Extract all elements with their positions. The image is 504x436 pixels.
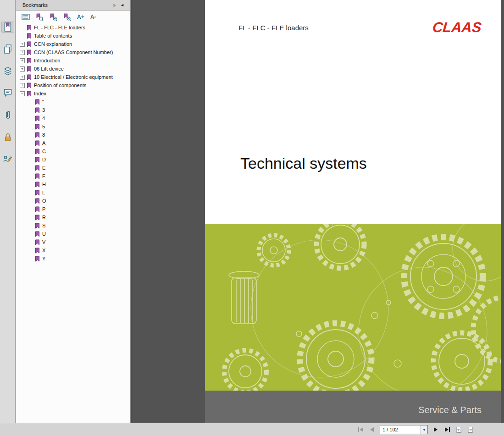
- bookmark-panel-icon[interactable]: [1, 22, 14, 33]
- next-view-icon: [467, 426, 474, 433]
- pages-panel-icon[interactable]: [1, 44, 14, 55]
- next-page-button[interactable]: [432, 425, 439, 434]
- bookmark-item[interactable]: 8: [16, 131, 130, 139]
- bookmark-flag: [35, 215, 40, 221]
- previous-page-button[interactable]: [368, 425, 376, 434]
- last-page-icon: [444, 427, 450, 432]
- comments-panel-glyph: [3, 88, 12, 98]
- bookmark-label: Index: [34, 91, 46, 96]
- bookmark-item[interactable]: +Introduction: [16, 56, 130, 65]
- expander-icon[interactable]: +: [20, 83, 25, 88]
- bookmark-icon: [27, 91, 32, 97]
- bookmark-flag: [35, 124, 40, 130]
- expander-spacer: [28, 124, 33, 129]
- collapse-panel-icon[interactable]: »: [111, 2, 118, 8]
- pages-panel-glyph: [3, 44, 12, 54]
- bookmark-item[interactable]: +CCN explanation: [16, 40, 130, 48]
- next-view-button[interactable]: [466, 425, 474, 434]
- bookmark-item[interactable]: O: [16, 197, 130, 205]
- bookmark-item[interactable]: A: [16, 139, 130, 147]
- bookmark-item[interactable]: U: [16, 230, 130, 238]
- bookmarks-panel-title: Bookmarks: [22, 2, 48, 8]
- expander-icon[interactable]: +: [20, 50, 25, 55]
- expander-icon[interactable]: +: [20, 75, 25, 80]
- bookmark-item[interactable]: +10 Electrical / Electronic equipment: [16, 73, 130, 81]
- bookmark-label: C: [42, 149, 46, 154]
- bookmark-label: P: [42, 206, 45, 212]
- bookmark-label: U: [42, 231, 46, 237]
- attachments-panel-glyph: [3, 110, 12, 120]
- bookmark-flag: [35, 239, 40, 245]
- bookmark-icon: [27, 58, 32, 64]
- expander-icon[interactable]: +: [20, 58, 25, 63]
- expander-icon[interactable]: +: [20, 42, 25, 47]
- attachments-panel-icon[interactable]: [1, 110, 14, 121]
- bookmark-item[interactable]: FL - FLC - FLE loaders: [16, 23, 130, 32]
- layers-panel-icon[interactable]: [1, 66, 14, 77]
- hide-panel-icon[interactable]: ◄: [118, 3, 127, 7]
- bookmark-item[interactable]: −Index: [16, 89, 130, 98]
- pdf-page: FL - FLC - FLE loaders CLAAS Technical s…: [205, 0, 501, 423]
- security-panel-icon[interactable]: [1, 132, 14, 143]
- bookmark-item[interactable]: 4: [16, 114, 130, 122]
- bookmark-label: R: [42, 215, 46, 220]
- bookmark-item[interactable]: ": [16, 98, 130, 106]
- bookmark-item[interactable]: 5: [16, 122, 130, 131]
- bookmark-item[interactable]: 3: [16, 106, 130, 114]
- first-page-button[interactable]: [357, 425, 364, 434]
- bookmark-icon: [35, 149, 40, 155]
- bookmark-item[interactable]: H: [16, 180, 130, 188]
- expander-spacer: [28, 99, 33, 105]
- bookmark-item[interactable]: P: [16, 205, 130, 213]
- expander-spacer: [28, 223, 33, 228]
- bookmarks-panel-body: A+ A- FL - FLC - FLE loadersTable of con…: [16, 10, 130, 423]
- bookmark-item[interactable]: F: [16, 172, 130, 180]
- bookmark-item[interactable]: +06 Lift device: [16, 65, 130, 73]
- first-page-icon: [358, 427, 364, 432]
- bookmark-icon: [27, 33, 32, 39]
- expander-spacer: [28, 232, 33, 237]
- comments-panel-icon[interactable]: [1, 88, 14, 99]
- bookmark-icon: [27, 25, 32, 31]
- page-navigation-bar: ▼: [0, 423, 504, 436]
- collapse-all-bookmarks-icon[interactable]: [63, 13, 71, 21]
- bookmark-item[interactable]: Table of contents: [16, 32, 130, 40]
- document-viewer[interactable]: FL - FLC - FLE loaders CLAAS Technical s…: [131, 0, 504, 423]
- bookmark-options-icon[interactable]: [22, 14, 30, 20]
- bookmark-label: D: [42, 157, 46, 162]
- expander-spacer: [28, 190, 33, 195]
- bookmark-item[interactable]: C: [16, 147, 130, 155]
- bookmark-item[interactable]: V: [16, 238, 130, 246]
- bookmark-item[interactable]: Y: [16, 254, 130, 263]
- bookmark-icon: [27, 50, 32, 55]
- bookmark-flag: [27, 33, 32, 39]
- bookmark-item[interactable]: S: [16, 221, 130, 230]
- increase-text-size-button[interactable]: A+: [77, 14, 84, 20]
- bookmark-flag: [35, 116, 40, 121]
- signature-panel-icon[interactable]: [1, 154, 14, 165]
- panel-icon-strip: [0, 0, 16, 423]
- last-page-button[interactable]: [443, 425, 451, 434]
- expander-icon[interactable]: +: [20, 66, 25, 72]
- bookmark-item[interactable]: D: [16, 155, 130, 164]
- bookmark-item[interactable]: R: [16, 213, 130, 221]
- bookmark-flag: [35, 132, 40, 138]
- bookmark-item[interactable]: L: [16, 188, 130, 197]
- bookmark-label: 3: [42, 107, 45, 113]
- expander-spacer: [28, 256, 33, 261]
- bookmark-item[interactable]: +Position of components: [16, 81, 130, 89]
- locate-current-bookmark-icon[interactable]: [36, 13, 44, 21]
- expander-icon[interactable]: −: [20, 91, 25, 96]
- bookmark-item[interactable]: E: [16, 164, 130, 172]
- expand-all-bookmarks-icon[interactable]: [50, 13, 57, 21]
- bookmark-label: 06 Lift device: [34, 66, 64, 72]
- page-number-input[interactable]: [380, 427, 421, 432]
- bookmark-label: O: [42, 198, 46, 204]
- bookmark-item[interactable]: X: [16, 246, 130, 254]
- expander-spacer: [28, 199, 33, 204]
- bookmark-item[interactable]: +CCN (CLAAS Component Number): [16, 48, 130, 56]
- previous-view-button[interactable]: [455, 425, 462, 434]
- bookmark-label: E: [42, 165, 45, 171]
- page-dropdown-button[interactable]: ▼: [421, 425, 427, 434]
- decrease-text-size-button[interactable]: A-: [90, 14, 96, 20]
